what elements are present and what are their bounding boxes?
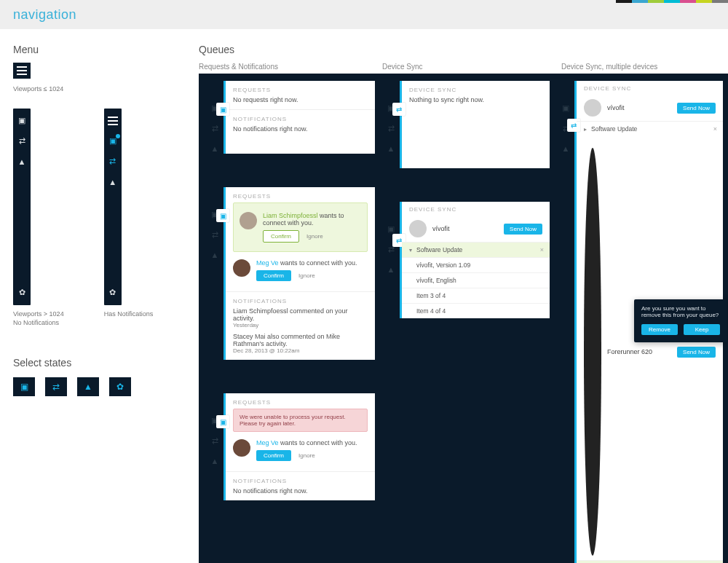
no-requests-text: No requests right now. [233, 96, 368, 103]
send-now-button[interactable]: Send Now [677, 347, 716, 358]
request-name[interactable]: Meg Ve [256, 439, 279, 446]
nav-strip-no-notifications: ▣ ⇄ ▲ ✿ [13, 109, 31, 305]
confirm-button[interactable]: Confirm [256, 450, 291, 461]
state-gear[interactable]: ✿ [109, 377, 131, 396]
user-icon: ▲ [210, 456, 220, 466]
requests-header: REQUESTS [233, 87, 368, 93]
send-now-button[interactable]: Send Now [504, 224, 542, 235]
inbox-tab-icon[interactable]: ▣ [216, 415, 229, 428]
hamburger-icon[interactable] [13, 63, 31, 79]
user-icon: ▲ [210, 250, 220, 260]
state-user[interactable]: ▲ [77, 377, 99, 396]
sync-row[interactable]: ▸Software Update× [577, 121, 723, 136]
sync-icon[interactable]: ⇄ [108, 157, 118, 167]
remove-button[interactable]: Remove [641, 324, 678, 335]
device-sync-header: DEVICE SYNC [577, 85, 723, 92]
popup-text: Are you sure you want to remove this fro… [641, 305, 720, 318]
confirm-button[interactable]: Confirm [256, 270, 291, 281]
inbox-icon[interactable]: ▣ [108, 136, 118, 146]
ignore-button[interactable]: Ignore [297, 450, 317, 461]
user-icon: ▲ [210, 143, 220, 154]
inbox-tab-icon[interactable]: ▣ [216, 103, 229, 116]
sync-row[interactable]: Item 3 of 4 [402, 288, 550, 303]
close-icon[interactable]: × [540, 246, 544, 253]
inbox-tab-icon[interactable]: ▣ [216, 209, 229, 222]
device-image [584, 148, 601, 556]
avatar [233, 439, 250, 457]
notification-badge [116, 134, 120, 138]
device-name: vívofit [607, 104, 671, 111]
select-states-row: ▣ ⇄ ▲ ✿ [13, 377, 177, 396]
error-alert: We were unable to process your request. … [233, 409, 368, 432]
sync-row[interactable]: Item 4 of 4 [402, 303, 550, 318]
sync-row[interactable]: vívofit, English [402, 272, 550, 288]
accent-stripe [616, 0, 728, 3]
gear-icon[interactable]: ✿ [108, 288, 118, 298]
request-highlight: Liam Schimpfoessl wants to connect with … [233, 202, 368, 252]
sync-icon: ⇄ [210, 229, 220, 240]
request-name[interactable]: Meg Ve [256, 259, 279, 267]
user-icon: ▲ [561, 143, 571, 154]
ignore-button[interactable]: Ignore [305, 231, 325, 242]
user-icon: ▲ [386, 264, 396, 275]
brand: navigation [13, 7, 76, 23]
queue-card-sync-empty: ⇄ ▣ ⇄ ▲ DEVICE SYNC Nothing to sync righ… [382, 81, 550, 168]
no-notifications-text: No notifications right now. [233, 487, 368, 495]
queues-col3-label: Device Sync, multiple devices [561, 63, 728, 71]
inbox-icon: ▣ [386, 224, 396, 234]
no-notifications-label: No Notifications [13, 318, 64, 328]
send-now-button[interactable]: Send Now [677, 103, 716, 114]
notification-time: Dec 28, 2013 @ 10:22am [233, 347, 368, 354]
notification-text: Liam Schimpfoessl commented on your acti… [233, 307, 368, 322]
queues-col2-label: Device Sync [382, 63, 561, 71]
request-text: wants to connect with you. [279, 259, 357, 267]
sync-row[interactable]: vívofit, Version 1.09 [402, 257, 550, 272]
hamburger-icon[interactable] [106, 116, 119, 126]
gear-icon[interactable]: ✿ [17, 288, 27, 298]
inbox-icon: ▣ [561, 103, 571, 113]
sync-icon: ⇄ [210, 123, 220, 133]
requests-header: REQUESTS [233, 193, 368, 200]
queue-card-requests: ▣ ▣ ⇄ ▲ REQUESTS Liam Sch [206, 187, 375, 360]
state-sync[interactable]: ⇄ [45, 377, 67, 396]
queues-col1-label: Requests & Notifications [199, 63, 382, 71]
caret-icon: ▸ [584, 126, 591, 133]
keep-button[interactable]: Keep [684, 324, 720, 335]
user-icon[interactable]: ▲ [17, 157, 27, 167]
state-inbox[interactable]: ▣ [13, 377, 35, 396]
nothing-to-sync-text: Nothing to sync right now. [409, 96, 542, 103]
nav-strip-has-notifications: ▣ ⇄ ▲ ✿ [104, 109, 122, 305]
user-icon[interactable]: ▲ [108, 177, 118, 187]
no-notifications-text: No notifications right now. [233, 125, 368, 133]
caret-icon: ▾ [409, 247, 416, 253]
device-sync-header: DEVICE SYNC [409, 87, 542, 93]
ignore-button[interactable]: Ignore [297, 270, 317, 281]
queue-card-empty: ▣ ▣ ⇄ ▲ REQUESTS No requests right now. … [206, 81, 375, 154]
topbar: navigation [0, 0, 728, 29]
sync-tab-icon[interactable]: ⇄ [392, 103, 405, 116]
has-notifications-label: Has Notifications [104, 310, 154, 319]
notifications-header: NOTIFICATIONS [233, 478, 368, 484]
close-icon[interactable]: × [713, 125, 717, 133]
requests-header: REQUESTS [233, 399, 368, 406]
device-name: vívofit [432, 225, 498, 232]
confirm-button[interactable]: Confirm [263, 230, 299, 243]
request-name[interactable]: Liam Schimpfoessl [263, 212, 318, 219]
menu-heading: Menu [13, 44, 177, 55]
device-image [409, 220, 427, 237]
sync-row[interactable]: Bridge to bridge runActivity× [577, 560, 723, 563]
viewport-small-label: Viewports ≤ 1024 [13, 84, 177, 94]
avatar [233, 259, 250, 277]
notifications-header: NOTIFICATIONS [233, 298, 368, 304]
notification-time: Yesterday [233, 322, 368, 328]
sync-icon[interactable]: ⇄ [17, 136, 27, 146]
sync-row[interactable]: ▾Software Update× [402, 242, 550, 257]
device-row: Forerunner 620 Send Now [577, 143, 723, 560]
viewport-large-label: Viewports > 1024 [13, 310, 64, 319]
select-states-heading: Select states [13, 357, 177, 369]
sync-icon: ⇄ [386, 123, 396, 133]
device-image [584, 99, 601, 117]
queues-canvas: ▣ ▣ ⇄ ▲ REQUESTS No requests right now. … [199, 74, 728, 563]
inbox-icon[interactable]: ▣ [17, 116, 27, 126]
notifications-header: NOTIFICATIONS [233, 116, 368, 122]
